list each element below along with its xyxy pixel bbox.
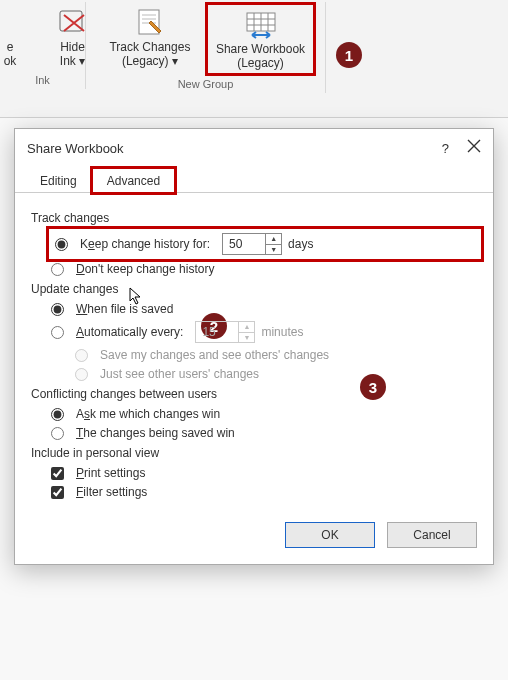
callout-badge-3: 3 bbox=[360, 374, 386, 400]
keep-history-label: Keep change history for: bbox=[80, 237, 210, 251]
callout-badge-1: 1 bbox=[336, 42, 362, 68]
track-changes-icon bbox=[133, 7, 167, 37]
print-settings-check[interactable] bbox=[51, 467, 64, 480]
ribbon-partial-button[interactable]: eok bbox=[0, 2, 43, 72]
save-mine-label: Save my changes and see others' changes bbox=[100, 348, 329, 362]
placeholder-icon bbox=[1, 7, 19, 37]
close-button[interactable] bbox=[467, 139, 481, 157]
when-saved-label: When file is saved bbox=[76, 302, 173, 316]
keep-history-days-input[interactable]: 50 ▲▼ bbox=[222, 233, 282, 255]
dialog-footer: 4 OK Cancel bbox=[15, 508, 493, 564]
spin-down-icon: ▼ bbox=[239, 333, 254, 343]
print-settings-label: Print settings bbox=[76, 466, 145, 480]
spin-down-icon[interactable]: ▼ bbox=[266, 245, 281, 255]
when-saved-radio[interactable] bbox=[51, 303, 64, 316]
spin-up-icon: ▲ bbox=[239, 322, 254, 333]
days-label: days bbox=[288, 237, 313, 251]
ribbon-group-ink: eok HideInk ▾ Ink bbox=[0, 2, 86, 89]
auto-every-radio[interactable] bbox=[51, 326, 64, 339]
help-button[interactable]: ? bbox=[442, 141, 449, 156]
ask-me-label: Ask me which changes win bbox=[76, 407, 220, 421]
filter-settings-check[interactable] bbox=[51, 486, 64, 499]
being-saved-label: The changes being saved win bbox=[76, 426, 235, 440]
include-title: Include in personal view bbox=[31, 446, 479, 460]
share-workbook-icon bbox=[242, 9, 280, 39]
dialog-titlebar: Share Workbook ? bbox=[15, 129, 493, 165]
ask-me-radio[interactable] bbox=[51, 408, 64, 421]
spin-up-icon[interactable]: ▲ bbox=[266, 234, 281, 245]
keep-history-radio[interactable] bbox=[55, 238, 68, 251]
ok-button[interactable]: OK bbox=[285, 522, 375, 548]
spinner[interactable]: ▲▼ bbox=[265, 234, 281, 254]
track-changes-button[interactable]: Track Changes(Legacy) ▾ bbox=[95, 2, 205, 76]
being-saved-radio[interactable] bbox=[51, 427, 64, 440]
track-changes-title: Track changes bbox=[31, 211, 479, 225]
save-mine-radio bbox=[75, 349, 88, 362]
hide-ink-icon bbox=[56, 7, 90, 37]
conflicting-title: Conflicting changes between users bbox=[31, 387, 479, 401]
group-label-ink: Ink bbox=[0, 72, 85, 89]
cancel-button[interactable]: Cancel bbox=[387, 522, 477, 548]
dialog-title: Share Workbook bbox=[27, 141, 124, 156]
just-see-radio bbox=[75, 368, 88, 381]
spinner: ▲▼ bbox=[238, 322, 254, 342]
auto-every-label: Automatically every: bbox=[76, 325, 183, 339]
ribbon: eok HideInk ▾ Ink bbox=[0, 0, 508, 118]
share-workbook-dialog: Share Workbook ? Editing Advanced 2 Trac… bbox=[14, 128, 494, 565]
dont-keep-history-radio[interactable] bbox=[51, 263, 64, 276]
share-workbook-button[interactable]: Share Workbook(Legacy) bbox=[205, 2, 316, 76]
ribbon-group-newgroup: Track Changes(Legacy) ▾ Share Workbook(L… bbox=[86, 2, 326, 93]
auto-minutes-input: 15 ▲▼ bbox=[195, 321, 255, 343]
just-see-label: Just see other users' changes bbox=[100, 367, 259, 381]
tab-advanced[interactable]: Advanced bbox=[92, 168, 175, 193]
update-changes-title: Update changes bbox=[31, 282, 479, 296]
filter-settings-label: Filter settings bbox=[76, 485, 147, 499]
dont-keep-history-label: Don't keep change history bbox=[76, 262, 214, 276]
dialog-tabs: Editing Advanced bbox=[15, 165, 493, 193]
close-icon bbox=[467, 139, 481, 153]
group-label-newgroup: New Group bbox=[86, 76, 325, 93]
tab-editing[interactable]: Editing bbox=[25, 168, 92, 193]
keep-history-row: Keep change history for: 50 ▲▼ days bbox=[51, 231, 479, 257]
minutes-label: minutes bbox=[261, 325, 303, 339]
